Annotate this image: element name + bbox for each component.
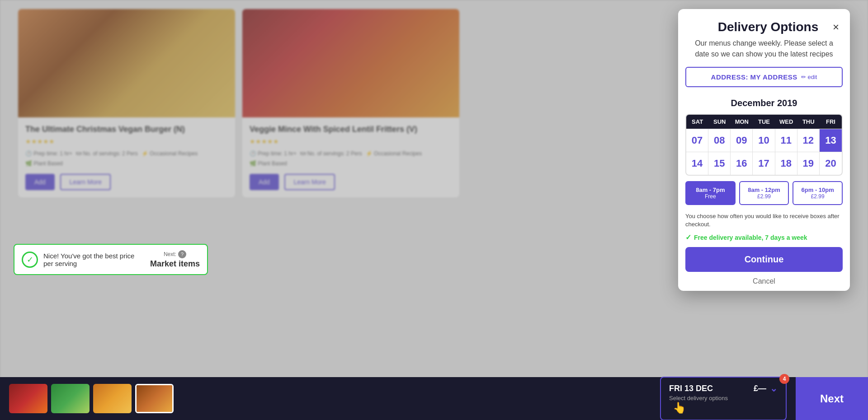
cancel-link[interactable]: Cancel — [678, 272, 850, 287]
thumb-img-noodles — [9, 384, 47, 413]
time-slot-free[interactable]: 8am - 7pm Free — [685, 181, 736, 205]
thumbnail-4-active[interactable] — [135, 384, 174, 413]
cal-day-07[interactable]: 07 — [686, 129, 708, 152]
thumbnail-list — [0, 384, 183, 413]
next-button[interactable]: Next — [796, 377, 868, 420]
cal-day-17[interactable]: 17 — [753, 152, 775, 175]
thumbnail-2[interactable] — [51, 384, 90, 413]
time-slot-morning[interactable]: 8am - 12pm £2.99 — [739, 181, 789, 205]
cal-header-sat: SAT — [686, 115, 708, 129]
cal-header-fri: FRI — [820, 115, 842, 129]
cal-day-08[interactable]: 08 — [708, 129, 731, 152]
calendar: SAT SUN MON TUE WED THU FRI 07 08 09 10 … — [685, 114, 843, 176]
cal-day-19[interactable]: 19 — [797, 152, 820, 175]
close-button[interactable]: × — [833, 22, 839, 33]
calendar-row-1: 07 08 09 10 11 12 13 — [686, 129, 842, 152]
time-slot-price-1: Free — [690, 193, 731, 200]
cal-header-mon: MON — [731, 115, 753, 129]
cal-day-14[interactable]: 14 — [686, 152, 708, 175]
question-icon: ? — [178, 250, 186, 258]
checkmark-icon: ✓ — [685, 233, 691, 242]
thumb-img-salad — [51, 384, 90, 413]
cal-day-20[interactable]: 20 — [820, 152, 842, 175]
check-icon: ✓ — [22, 252, 38, 268]
time-slots: 8am - 7pm Free 8am - 12pm £2.99 6pm - 10… — [685, 181, 843, 205]
modal-header: Delivery Options × — [678, 9, 850, 38]
calendar-row-2: 14 15 16 17 18 19 20 — [686, 152, 842, 175]
modal-title: Delivery Options — [703, 20, 833, 34]
delivery-note: You choose how often you would like to r… — [678, 210, 850, 232]
cal-header-thu: THU — [797, 115, 820, 129]
price-display: £— — [754, 384, 766, 393]
cal-day-12[interactable]: 12 — [797, 129, 820, 152]
toast-message: Nice! You've got the best price per serv… — [43, 252, 145, 267]
address-button[interactable]: ADDRESS: MY ADDRESS ✏ edit — [685, 67, 843, 87]
thumbnail-3[interactable] — [93, 384, 132, 413]
time-slot-price-3: £2.99 — [797, 193, 838, 200]
cal-day-18[interactable]: 18 — [775, 152, 797, 175]
thumb-img-pasta — [93, 384, 132, 413]
free-delivery-notice: ✓ Free delivery available, 7 days a week — [678, 232, 850, 247]
cal-day-11[interactable]: 11 — [775, 129, 797, 152]
time-slot-evening[interactable]: 6pm - 10pm £2.99 — [793, 181, 843, 205]
thumbnail-1[interactable] — [9, 384, 47, 413]
cal-day-15[interactable]: 15 — [708, 152, 731, 175]
cal-header-wed: WED — [775, 115, 797, 129]
time-slot-label-2: 8am - 12pm — [744, 187, 785, 193]
edit-address-link[interactable]: ✏ edit — [801, 74, 817, 80]
arrow-divider — [187, 378, 205, 420]
chevron-down-icon: ⌄ — [770, 383, 778, 394]
order-badge: 4 — [779, 374, 789, 384]
toast-next-section: Next: ? Market items — [150, 250, 200, 269]
address-label: ADDRESS: MY ADDRESS — [711, 73, 797, 81]
thumb-img-burger2 — [137, 385, 172, 412]
time-slot-label-3: 6pm - 10pm — [797, 187, 838, 193]
time-slot-label-1: 8am - 7pm — [690, 187, 731, 193]
modal-subtitle: Our menus change weekly. Please select a… — [678, 38, 850, 67]
calendar-month: December 2019 — [678, 94, 850, 114]
order-sub-text: Select delivery options — [669, 395, 778, 401]
cal-day-10[interactable]: 10 — [753, 129, 775, 152]
bottom-bar: 4 FRI 13 DEC £— ⌄ Select delivery option… — [0, 377, 868, 420]
cal-day-13-today[interactable]: 13 — [820, 129, 842, 152]
order-date: FRI 13 DEC £— ⌄ — [669, 383, 778, 394]
cal-header-sun: SUN — [708, 115, 731, 129]
time-slot-price-2: £2.99 — [744, 193, 785, 200]
continue-button[interactable]: Continue — [685, 247, 843, 272]
order-info-panel[interactable]: 4 FRI 13 DEC £— ⌄ Select delivery option… — [660, 377, 787, 420]
delivery-options-modal: Delivery Options × Our menus change week… — [678, 9, 850, 291]
toast-next-title: Market items — [150, 259, 200, 269]
cal-day-16[interactable]: 16 — [731, 152, 753, 175]
cal-header-tue: TUE — [753, 115, 775, 129]
toast-notification: ✓ Nice! You've got the best price per se… — [14, 244, 208, 275]
cal-day-09[interactable]: 09 — [731, 129, 753, 152]
cursor-icon: 👆 — [673, 401, 686, 414]
calendar-header: SAT SUN MON TUE WED THU FRI — [686, 115, 842, 129]
toast-next-label: Next: ? — [164, 250, 186, 258]
